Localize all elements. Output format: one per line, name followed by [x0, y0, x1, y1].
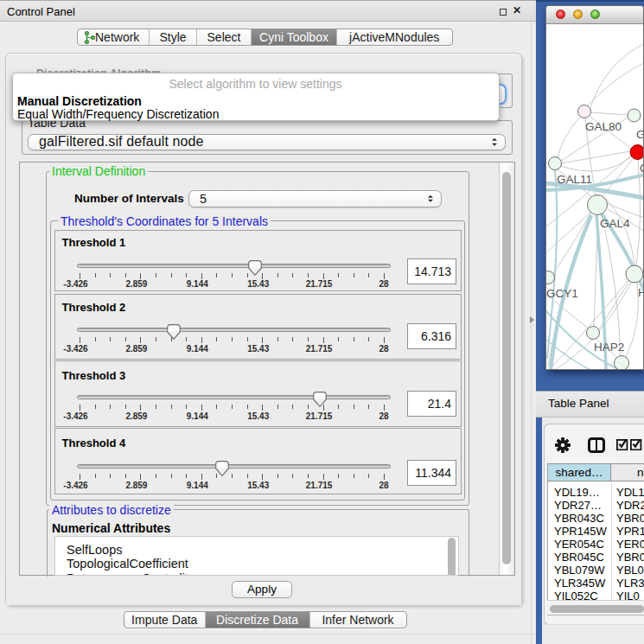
svg-text:C: C — [640, 162, 644, 175]
svg-text:GAL80: GAL80 — [585, 120, 622, 133]
svg-text:HAP2: HAP2 — [594, 341, 624, 354]
svg-text:H: H — [638, 286, 644, 299]
svg-text:GAL4: GAL4 — [600, 217, 630, 230]
svg-text:GAL11: GAL11 — [557, 173, 592, 186]
svg-text:GA: GA — [636, 128, 644, 141]
svg-text:GCY1: GCY1 — [546, 287, 578, 300]
